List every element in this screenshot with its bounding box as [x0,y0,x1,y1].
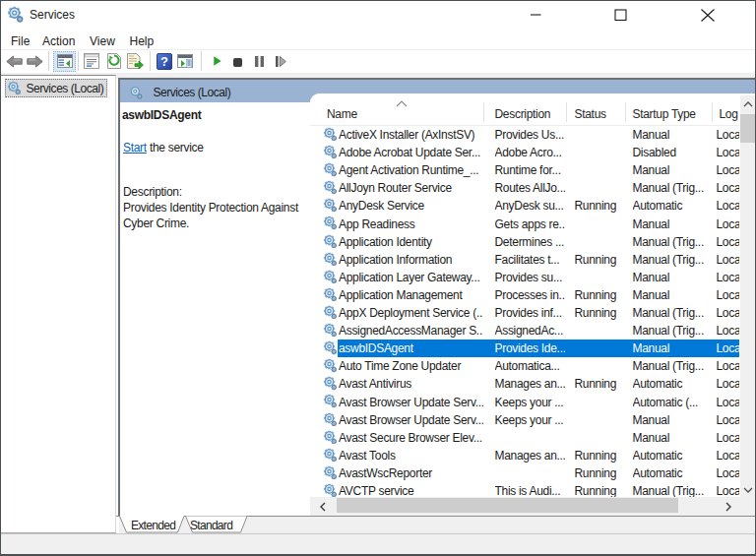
svg-text:?: ? [160,54,168,69]
